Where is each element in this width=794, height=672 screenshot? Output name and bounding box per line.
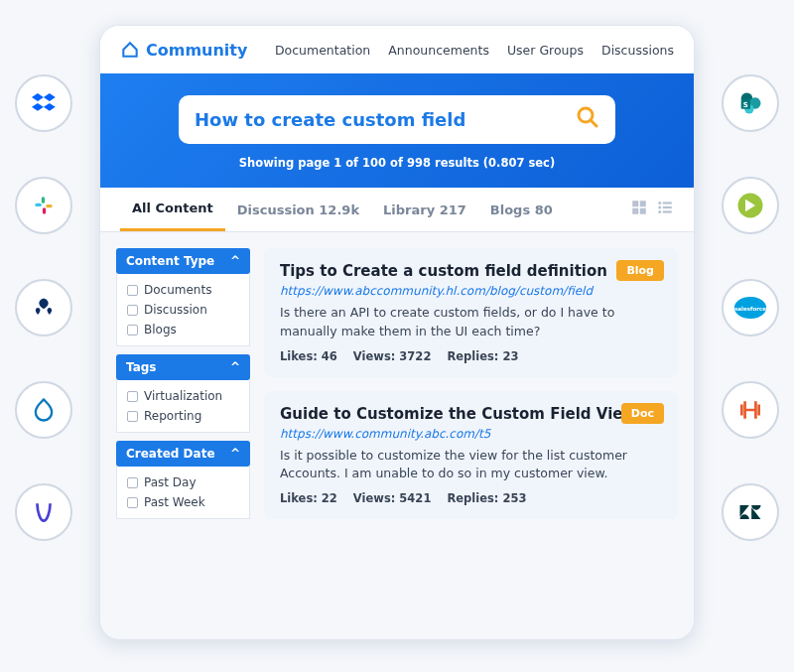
result-url[interactable]: https://www.abccommunity.hl.com/blog/cus… <box>280 284 662 298</box>
svg-rect-19 <box>663 202 672 203</box>
result-title[interactable]: Guide to Customize the Custom Field View <box>280 405 662 423</box>
result-url[interactable]: https://www.community.abc.com/t5 <box>280 427 662 441</box>
filter-sidebar: Content Type^ Documents Discussion Blogs… <box>116 248 250 527</box>
chevron-up-icon: ^ <box>230 360 240 374</box>
salesforce-icon: salesforce <box>722 279 779 336</box>
amplitude-icon <box>15 483 72 541</box>
filter-opt-virtualization[interactable]: Virtualization <box>127 386 239 406</box>
tab-discussion[interactable]: Discussion 12.9k <box>225 190 371 230</box>
nav-announcements[interactable]: Announcements <box>388 43 489 58</box>
filter-created-date-header[interactable]: Created Date^ <box>116 441 250 467</box>
result-views: Views: 5421 <box>353 491 432 505</box>
content-tabs: All Content Discussion 12.9k Library 217… <box>100 188 694 232</box>
svg-line-13 <box>591 120 596 126</box>
result-views: Views: 3722 <box>353 349 432 363</box>
results-info: Showing page 1 of 100 of 998 results (0.… <box>130 156 664 170</box>
filter-opt-past-day[interactable]: Past Day <box>127 472 239 492</box>
search-box[interactable] <box>179 95 615 144</box>
filter-opt-blogs[interactable]: Blogs <box>127 320 239 339</box>
tab-blogs[interactable]: Blogs 80 <box>478 190 565 230</box>
main-window: Community Documentation Announcements Us… <box>99 25 695 640</box>
pendo-icon <box>722 177 779 234</box>
filter-opt-reporting[interactable]: Reporting <box>127 406 239 426</box>
tab-all-content[interactable]: All Content <box>120 188 225 231</box>
result-badge: Doc <box>621 403 664 424</box>
result-replies: Replies: 253 <box>447 491 526 505</box>
result-snippet: Is there an API to create custom fields,… <box>280 304 662 341</box>
dropbox-icon <box>15 74 72 132</box>
search-banner: Showing page 1 of 100 of 998 results (0.… <box>100 73 694 188</box>
filter-content-type-header[interactable]: Content Type^ <box>116 248 250 274</box>
svg-point-22 <box>658 210 661 213</box>
result-likes: Likes: 22 <box>280 491 337 505</box>
svg-text:salesforce: salesforce <box>734 306 766 312</box>
svg-point-20 <box>658 206 661 209</box>
svg-rect-3 <box>43 207 46 214</box>
result-likes: Likes: 46 <box>280 349 337 363</box>
svg-rect-14 <box>632 201 638 206</box>
svg-rect-16 <box>632 208 638 214</box>
result-badge: Blog <box>616 260 664 281</box>
header: Community Documentation Announcements Us… <box>100 26 694 73</box>
brand-name: Community <box>146 41 247 60</box>
svg-rect-2 <box>46 204 52 207</box>
svg-rect-15 <box>640 201 646 206</box>
svg-point-18 <box>658 202 661 204</box>
svg-rect-23 <box>663 210 672 212</box>
chevron-up-icon: ^ <box>230 447 240 461</box>
drupal-icon <box>15 381 72 439</box>
atlassian-icon <box>15 279 72 336</box>
top-nav: Documentation Announcements User Groups … <box>275 43 674 58</box>
result-card[interactable]: Doc Guide to Customize the Custom Field … <box>264 391 678 520</box>
list-view-icon[interactable] <box>656 199 674 220</box>
nav-discussions[interactable]: Discussions <box>601 43 674 58</box>
nav-documentation[interactable]: Documentation <box>275 43 370 58</box>
result-card[interactable]: Blog Tips to Create a custom field defin… <box>264 248 678 377</box>
search-icon[interactable] <box>576 105 599 134</box>
filter-opt-discussion[interactable]: Discussion <box>127 300 239 320</box>
svg-rect-17 <box>640 208 646 214</box>
filter-tags-header[interactable]: Tags^ <box>116 354 250 380</box>
filter-opt-documents[interactable]: Documents <box>127 280 239 300</box>
nav-user-groups[interactable]: User Groups <box>507 43 584 58</box>
results-list: Blog Tips to Create a custom field defin… <box>264 248 678 527</box>
hashicorp-icon <box>722 381 779 439</box>
zendesk-icon <box>722 483 779 541</box>
search-input[interactable] <box>195 109 576 130</box>
svg-text:S: S <box>743 101 748 109</box>
result-title[interactable]: Tips to Create a custom field definition <box>280 262 662 280</box>
slack-icon <box>15 177 72 234</box>
svg-rect-0 <box>35 203 42 206</box>
grid-view-icon[interactable] <box>630 199 648 220</box>
result-replies: Replies: 23 <box>447 349 518 363</box>
logo[interactable]: Community <box>120 40 247 60</box>
filter-opt-past-week[interactable]: Past Week <box>127 492 239 512</box>
svg-rect-1 <box>42 197 45 203</box>
result-snippet: Is it possible to customize the view for… <box>280 447 662 484</box>
svg-rect-21 <box>663 206 672 208</box>
chevron-up-icon: ^ <box>230 254 240 268</box>
tab-library[interactable]: Library 217 <box>371 190 478 230</box>
sharepoint-icon: S <box>722 74 779 132</box>
